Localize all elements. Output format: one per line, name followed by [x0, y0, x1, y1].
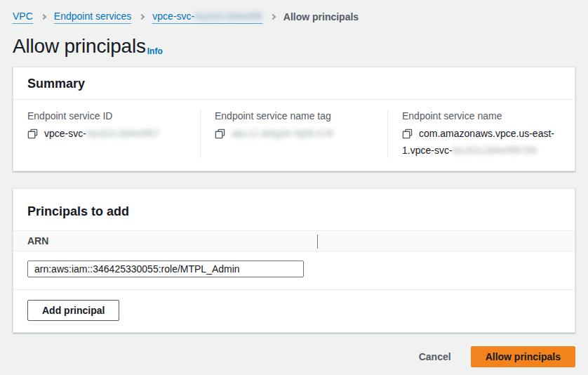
- breadcrumb-current: Allow principals: [283, 11, 359, 23]
- summary-card-header: Summary: [13, 67, 575, 100]
- cancel-button[interactable]: Cancel: [419, 351, 451, 362]
- footer-actions: Cancel Allow principals: [13, 346, 575, 367]
- field-label: Endpoint service name: [402, 110, 561, 122]
- allow-principals-button[interactable]: Allow principals: [471, 346, 575, 367]
- value-prefix: vpce-svc-: [44, 128, 86, 139]
- summary-content: Endpoint service ID vpce-svc-0a1b2c3d4e5…: [13, 100, 575, 171]
- field-endpoint-service-name-tag: Endpoint service name tag abc12 defg34 h…: [200, 110, 387, 158]
- summary-title: Summary: [27, 76, 561, 91]
- breadcrumb-link-vpc[interactable]: VPC: [13, 10, 33, 24]
- add-principal-button[interactable]: Add principal: [27, 300, 119, 321]
- field-value: com.amazonaws.vpce.us-east-1.vpce-svc-0a…: [402, 126, 561, 158]
- copy-icon[interactable]: [215, 129, 225, 143]
- arn-column-header: ARN: [27, 235, 48, 246]
- copy-icon[interactable]: [27, 129, 38, 143]
- info-link[interactable]: Info: [147, 46, 163, 58]
- copy-icon[interactable]: [402, 129, 413, 143]
- field-label: Endpoint service name tag: [215, 110, 373, 122]
- redacted-service-id: 0a1b2c3d4e5f6: [194, 11, 262, 22]
- add-principal-row: Add principal: [13, 290, 575, 332]
- column-resize-handle[interactable]: [317, 235, 318, 249]
- breadcrumb-link-service-id[interactable]: vpce-svc-0a1b2c3d4e5f6: [152, 10, 262, 24]
- field-value: abc12 defg34 hij56 k78: [215, 126, 373, 143]
- field-endpoint-service-id: Endpoint service ID vpce-svc-0a1b2c3d4e5…: [13, 110, 200, 158]
- chevron-right-icon: [270, 14, 276, 20]
- arn-input-row: [13, 251, 575, 290]
- redacted-value: abc12 defg34 hij56 k78: [232, 128, 333, 139]
- arn-table-header: ARN: [13, 230, 575, 251]
- field-endpoint-service-name: Endpoint service name com.amazonaws.vpce…: [387, 110, 575, 158]
- field-value: vpce-svc-0a1b2c3d4e5f67: [27, 126, 186, 143]
- service-id-prefix: vpce-svc-: [152, 11, 194, 22]
- page-title-row: Allow principals Info: [13, 34, 575, 58]
- allow-principals-page: VPC Endpoint services vpce-svc-0a1b2c3d4…: [0, 0, 588, 367]
- principals-title: Principals to add: [27, 204, 561, 219]
- principals-card: Principals to add ARN Add principal: [13, 188, 575, 333]
- principals-card-header: Principals to add: [13, 189, 575, 230]
- page-title: Allow principals: [13, 34, 146, 58]
- arn-input[interactable]: [27, 261, 304, 277]
- field-label: Endpoint service ID: [27, 110, 186, 122]
- chevron-right-icon: [41, 14, 46, 20]
- breadcrumb-link-endpoint-services[interactable]: Endpoint services: [54, 10, 132, 24]
- breadcrumb: VPC Endpoint services vpce-svc-0a1b2c3d4…: [13, 10, 575, 24]
- chevron-right-icon: [139, 14, 145, 20]
- redacted-value: 0a1b2c3d4e5f67: [86, 128, 159, 139]
- summary-card: Summary Endpoint service ID vpce-svc-0a1…: [13, 67, 575, 171]
- redacted-value: 0a1b2c3d4e5f6789: [453, 145, 537, 156]
